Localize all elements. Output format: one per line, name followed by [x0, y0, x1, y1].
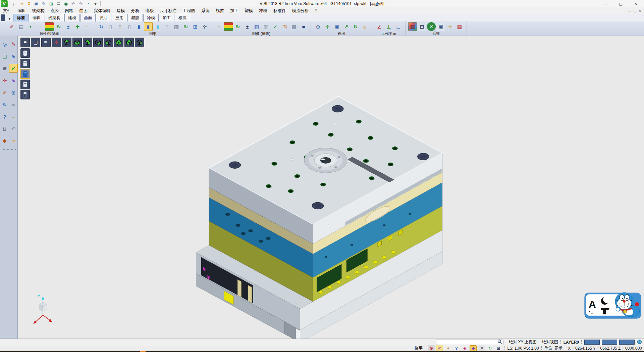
- image-traffic-light-icon[interactable]: [224, 22, 233, 31]
- menu-冲模[interactable]: 冲模: [256, 7, 270, 14]
- zoom-preview-icon[interactable]: ◎: [0, 40, 9, 48]
- tab-编辑[interactable]: 编辑: [29, 14, 44, 21]
- print-preview-icon[interactable]: ◉: [62, 0, 69, 7]
- shaded-edges-cylinder-icon[interactable]: ▮: [144, 22, 153, 31]
- striped-cylinder-icon[interactable]: ▥: [262, 22, 270, 31]
- wire-cylinder-icon[interactable]: ▨: [290, 22, 299, 31]
- menu-视窗[interactable]: 视窗: [213, 7, 227, 14]
- view-bottom-icon[interactable]: [72, 38, 82, 47]
- layer-bars-icon[interactable]: ≡: [478, 345, 485, 351]
- window-grid-icon[interactable]: ⊞: [9, 88, 18, 97]
- menu-分析[interactable]: 分析: [128, 7, 143, 14]
- shaded-cylinder-icon[interactable]: ▮: [135, 22, 143, 31]
- wireframe-mode-icon[interactable]: [20, 48, 30, 58]
- menu-塑模[interactable]: 塑模: [241, 7, 256, 14]
- view-front-icon[interactable]: [124, 38, 134, 47]
- window-close-button[interactable]: ✕: [628, 0, 643, 7]
- zoom-extents-icon[interactable]: ✛: [323, 22, 332, 31]
- image-plus-minus-icon[interactable]: ±: [243, 22, 252, 31]
- pick-points-icon[interactable]: ✛: [446, 22, 454, 31]
- taskbar-app-indicator[interactable]: [140, 351, 146, 352]
- tab-曲面[interactable]: 曲面: [80, 14, 96, 21]
- tools-wheel-icon[interactable]: ✱: [0, 136, 9, 145]
- undo-last-icon[interactable]: ↶: [9, 124, 18, 133]
- menu-实体编辑[interactable]: 实体编辑: [91, 7, 114, 14]
- layer-swatch[interactable]: [619, 340, 635, 345]
- measure-distance-icon[interactable]: ↔: [9, 112, 18, 121]
- delete-trash-icon[interactable]: ⊔: [0, 124, 9, 133]
- menu-?[interactable]: ?: [312, 7, 320, 14]
- zoom-window-icon[interactable]: ▣: [332, 22, 341, 31]
- image-add-icon[interactable]: +: [215, 22, 223, 31]
- filter-traffic-light-icon[interactable]: [45, 22, 54, 31]
- menu-建模[interactable]: 建模: [114, 7, 128, 14]
- rotate-view-icon[interactable]: ↻: [351, 22, 360, 31]
- transparent-mode-icon[interactable]: [20, 90, 30, 99]
- wireframe-cylinder-icon[interactable]: ▯: [106, 22, 115, 31]
- new-document-icon[interactable]: ▯: [11, 0, 18, 7]
- open-folder-icon[interactable]: ▱: [18, 0, 25, 7]
- view-mode-label[interactable]: 绝对 XY 上视图: [509, 339, 536, 345]
- layer-swatch[interactable]: [602, 340, 617, 345]
- menu-线架构[interactable]: 线架构: [29, 7, 48, 14]
- open-project-icon[interactable]: ▱: [9, 136, 18, 145]
- menu-网格[interactable]: 网格: [62, 7, 76, 14]
- active-layer-label[interactable]: LAYER0: [564, 340, 579, 345]
- tab-标准[interactable]: 标准: [13, 14, 29, 21]
- workplane-align-icon[interactable]: ⊥: [384, 22, 393, 31]
- window-restore-button[interactable]: ▢: [613, 0, 628, 7]
- lock-toggle-label[interactable]: 拴牢: [414, 345, 422, 351]
- save-as-icon[interactable]: ✎: [40, 0, 47, 7]
- check-cylinder-icon[interactable]: ✓: [271, 22, 280, 31]
- confirm-check-icon[interactable]: ✔: [9, 64, 18, 73]
- shade-cube-mode-icon[interactable]: ◆: [470, 345, 477, 351]
- zoom-in-icon[interactable]: ⊕: [314, 22, 322, 31]
- tabbar-dropdown-icon[interactable]: ▼: [6, 16, 13, 21]
- menu-编辑[interactable]: 编辑: [14, 7, 29, 14]
- undo-icon[interactable]: ↶: [70, 0, 77, 7]
- view-right-icon[interactable]: [93, 38, 103, 47]
- menu-点云[interactable]: 点云: [48, 7, 62, 14]
- qat-more-icon[interactable]: ▾: [92, 0, 99, 7]
- workplane-origin-icon[interactable]: ∟: [394, 22, 402, 31]
- rotate-mode-icon[interactable]: ↻: [486, 345, 493, 351]
- refresh-filter-icon[interactable]: ↻: [54, 22, 63, 31]
- help-question-icon[interactable]: ?: [0, 112, 9, 121]
- ime-toolbar[interactable]: A: [585, 293, 641, 318]
- menu-电极[interactable]: 电极: [143, 7, 157, 14]
- grid-snap-icon[interactable]: ▦: [455, 22, 464, 31]
- viewport-menu-icon[interactable]: ≡: [20, 38, 30, 47]
- print-icon[interactable]: ▤: [55, 0, 62, 7]
- menu-标准件[interactable]: 标准件: [270, 7, 289, 14]
- transparent-cylinder-icon[interactable]: ▮: [153, 22, 162, 31]
- solid-cube-icon[interactable]: ■: [9, 100, 18, 109]
- menu-曲面[interactable]: 曲面: [76, 7, 91, 14]
- hatched-cylinder-icon[interactable]: ▥: [172, 22, 181, 31]
- workplane-define-icon[interactable]: ∠: [375, 22, 384, 31]
- view-face-icon[interactable]: ☺: [361, 22, 369, 31]
- menu-尺寸标注[interactable]: 尺寸标注: [157, 7, 180, 14]
- filter-plus-minus-icon[interactable]: ±: [64, 22, 72, 31]
- attribute-page-icon[interactable]: ▤: [17, 22, 25, 31]
- window-options-icon[interactable]: ▣: [436, 22, 445, 31]
- light-cylinder-icon[interactable]: ▯: [163, 22, 171, 31]
- tab-建模[interactable]: 建模: [64, 14, 80, 21]
- layer-swatch[interactable]: [584, 340, 600, 345]
- refresh-view-icon[interactable]: ↻: [0, 100, 9, 109]
- view-back-icon[interactable]: [135, 38, 144, 47]
- image-refresh-icon[interactable]: ↻: [233, 22, 242, 31]
- color-palette-icon[interactable]: ▦: [408, 22, 417, 31]
- view-left-icon[interactable]: [104, 38, 113, 47]
- network-globe-icon[interactable]: [637, 339, 642, 345]
- view-front-top-icon[interactable]: [83, 38, 92, 47]
- move-axis-icon[interactable]: ✛: [0, 76, 9, 85]
- system-calculator-icon[interactable]: ⊟: [418, 22, 426, 31]
- tool-mode-icon[interactable]: ✦: [444, 345, 451, 351]
- view-top-icon[interactable]: [62, 38, 71, 47]
- copy-render-icon[interactable]: ⊞: [191, 22, 200, 31]
- paint-attributes-icon[interactable]: ✐: [0, 88, 9, 97]
- menu-工程图[interactable]: 工程图: [180, 7, 199, 14]
- highlight-wand-icon[interactable]: ✐: [436, 345, 443, 351]
- show-all-icon[interactable]: ✚: [73, 22, 82, 31]
- render-settings-icon[interactable]: ✜: [200, 22, 209, 31]
